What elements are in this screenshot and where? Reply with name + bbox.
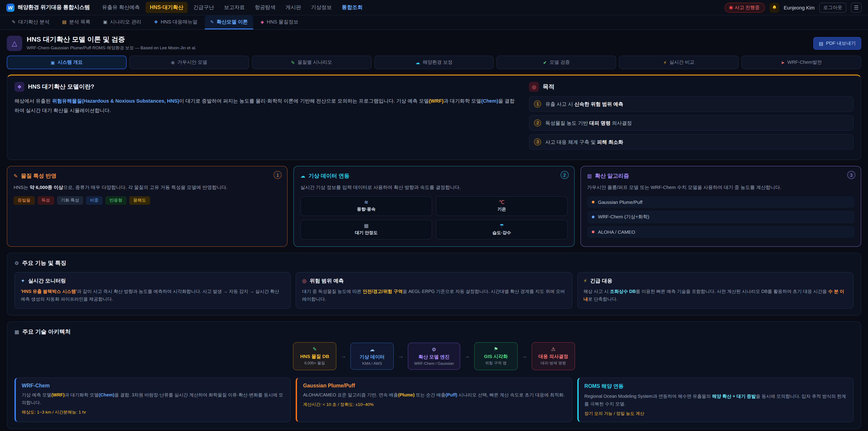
app-logo[interactable]: W 해양환경 위기대응 통합시스템 (6, 3, 90, 11)
flow-node-name: HNS 물질 DB (299, 353, 330, 360)
algorithm-label: WRF-Chem (기상+화학) (598, 214, 649, 220)
nav-item-weather[interactable]: 기상정보 (307, 2, 336, 13)
flow-node-weather-data: ☁ 기상 데이터 KMA / AWS (350, 343, 394, 370)
definition-paragraph: 해상에서 유출된 위험유해물질(Hazardous & Noxious Subs… (14, 96, 518, 116)
wave-icon: ☁ (415, 60, 420, 65)
page-title: HNS 대기확산 모델 이론 및 검증 (27, 35, 196, 44)
column-roms: ROMS 해양 연동 Regional Ocean Modeling Syste… (577, 377, 854, 422)
tab-gaussian-model[interactable]: ⊕ 가우시안 모델 (129, 56, 249, 69)
system-title: 해양환경 위기대응 통합시스템 (18, 4, 90, 11)
feature-text: 'HNS 유출 블랙박스 시스템'과 같이 사고 즉시 확산 방향과 농도를 예… (21, 287, 285, 303)
tab-label: 시스템 개요 (58, 59, 83, 65)
trait-tags: 증발율 독성 기화 특성 비중 반응형 용해도 (13, 196, 281, 205)
tab-substance-scenario[interactable]: ✎ 물질별 시나리오 (252, 56, 371, 69)
nav-item-reports[interactable]: 보고자료 (220, 2, 249, 13)
subnav-item-analysis-list[interactable]: ▤ 분석 목록 (57, 16, 96, 29)
text-segment: 시나리오 선택, 빠른 계산 속도로 초기 대응에 최적화. (457, 392, 565, 397)
gear-icon: ⚙ (414, 347, 454, 352)
wind-icon: ≋ (364, 199, 368, 206)
incident-status-badge[interactable]: 사고 진행중 (725, 2, 765, 12)
text-segment: 유출 사고 시 (546, 101, 575, 106)
feature-title: 위험 범위 예측 (310, 278, 344, 284)
algorithm-item-gaussian: Gaussian Plume/Puff (587, 196, 855, 208)
card-title: 물질 특성 반영 (21, 172, 56, 180)
purpose-text: 사고 대응 체계 구축 및 피해 최소화 (546, 138, 623, 145)
menu-button[interactable]: ☰ (851, 2, 862, 12)
tab-system-overview[interactable]: ▣ 시스템 개요 (7, 56, 127, 69)
card-diffusion-algorithm: ▥ 확산 알고리즘 3 가우시안 플룸/퍼프 모델 또는 WRF-Chem 수치… (580, 166, 861, 247)
purpose-title-row: ◎ 목적 (529, 82, 854, 92)
main-nav: 유출유 확산예측 HNS·대기확산 긴급구난 보고자료 항공탐색 게시판 기상정… (98, 2, 367, 13)
nav-item-integrated-search[interactable]: 통합조회 (338, 2, 367, 13)
hamburger-icon: ☰ (854, 4, 859, 11)
card-description: 실시간 기상 정보를 입력 데이터로 사용하여 확산 방향과 속도를 결정합니다… (301, 184, 568, 192)
pencil-icon: ✎ (13, 173, 18, 179)
purpose-title: 목적 (543, 83, 555, 91)
tab-model-validation[interactable]: ✔ 모델 검증 (497, 56, 616, 69)
subnav-item-substance-info[interactable]: ◈ HNS 물질정보 (255, 16, 304, 29)
notification-bell-button[interactable] (769, 2, 779, 12)
flow-node-name: GIS 시각화 (480, 353, 511, 360)
nav-item-aerial-search[interactable]: 항공탐색 (251, 2, 280, 13)
card-title: 기상 데이터 연동 (309, 172, 349, 180)
algorithm-item-wrfchem: WRF-Chem (기상+화학) (587, 211, 855, 223)
pdf-export-button[interactable]: ▤ PDF 내보내기 (813, 37, 861, 50)
chip-icon: ▦ (14, 329, 19, 335)
highlight-segment: 조화상수 DB (610, 289, 636, 294)
text-segment: 독성물질 농도 기반 (546, 120, 589, 125)
subnav-item-manual[interactable]: ❖ HNS 대응매뉴얼 (149, 16, 203, 29)
subnav-item-scenario[interactable]: ▣ 시나리오 관리 (98, 16, 147, 29)
ruler-glyph: △ (12, 39, 17, 47)
feature-risk-range: ◎ 위험 범위 예측 대기 중 독성물질 농도에 따른 안전/경고/위험 구역을… (296, 272, 572, 309)
architecture-title: 주요 기술 아키텍처 (22, 328, 71, 336)
subnav-item-analysis[interactable]: ✎ 대기확산 분석 (6, 16, 55, 29)
text-segment: ALOHA/CAMEO 표준 알고리즘 기반. 연속 배출 (303, 392, 398, 397)
purpose-block: ◎ 목적 1 유출 사고 시 신속한 위험 범위 예측 2 독성물질 농도 기반… (529, 82, 854, 153)
flask-icon: ◈ (260, 20, 264, 24)
book-icon: ❖ (154, 20, 158, 24)
feature-head: ✦ 실시간 모니터링 (21, 278, 285, 284)
card-description: HNS는 약 6,000종 이상으로, 종류가 매우 다양합니다. 각 물질의 … (13, 184, 281, 192)
highlight-segment: (Plume) (398, 392, 414, 397)
list-icon: ▤ (62, 20, 66, 24)
algorithm-label: Gaussian Plume/Puff (598, 199, 643, 205)
text-segment: 사고 대응 체계 구축 및 (546, 139, 597, 145)
page-subtitle: WRF-Chem·Gaussian Plume/Puff·ROMS·해양환경 보… (27, 45, 196, 51)
weather-cell-wind: ≋ 풍향·풍속 (301, 196, 432, 216)
nav-item-rescue[interactable]: 긴급구난 (189, 2, 218, 13)
nav-item-board[interactable]: 게시판 (281, 2, 305, 13)
purpose-text: 유출 사고 시 신속한 위험 범위 예측 (546, 100, 623, 107)
card-description: 가우시안 플룸/퍼프 모델 또는 WRF-Chem 수치 모델을 사용하여 대기… (587, 184, 855, 192)
card-substance-traits: ✎ 물질 특성 반영 1 HNS는 약 6,000종 이상으로, 종류가 매우 … (7, 166, 288, 247)
page-content: △ HNS 대기확산 모델 이론 및 검증 WRF-Chem·Gaussian … (0, 30, 868, 431)
subnav-label: 시나리오 관리 (110, 19, 141, 25)
pencil-icon: ✎ (12, 20, 16, 24)
book-glyph: ❖ (17, 84, 22, 90)
weather-label: 대기 안정도 (355, 230, 377, 236)
nav-item-hns-diffusion[interactable]: HNS·대기확산 (146, 2, 187, 13)
rocket-icon: ➤ (781, 60, 784, 65)
target-icon: ◎ (302, 278, 307, 284)
feature-title: 긴급 대응 (590, 278, 612, 284)
chem-keyword: (Chem) (481, 98, 498, 103)
subnav-item-model-theory[interactable]: ✎ 확산모델 이론 (205, 16, 253, 29)
text-segment: 를 이용한 빠른 예측 기술을 포함합니다. 사전 계산된 시나리오 DB를 활… (636, 289, 828, 294)
flow-node-gis: ⚑ GIS 시각화 위험 구역 맵 (474, 342, 518, 370)
weather-grid: ≋ 풍향·풍속 ℃ 기온 ▦ 대기 안정도 ☂ 습도·강수 (301, 196, 568, 240)
tab-realtime-compare[interactable]: ⚡ 실시간 비교 (619, 56, 739, 69)
flow-node-sub: WRF-Chem / Gaussian (414, 361, 454, 366)
bell-icon (772, 5, 777, 10)
subnav-label: 분석 목록 (69, 19, 90, 25)
highlight-segment: (Puff) (445, 392, 457, 397)
logout-button[interactable]: 로그아웃 (819, 2, 846, 12)
bullet-icon (592, 216, 594, 218)
hns-keyword: 위험유해물질(Hazardous & Noxious Substances, H… (52, 98, 179, 103)
navbar-right: 사고 진행중 Eunjeong Kim 로그아웃 ☰ (725, 2, 862, 12)
algorithm-label: ALOHA / CAMEO (598, 229, 635, 235)
text-segment: Regional Ocean Modeling System과 연동하여 해수면… (584, 394, 712, 399)
tab-wrfchem-advance[interactable]: ➤ WRF-Chem발전 (741, 56, 861, 69)
tab-ocean-correction[interactable]: ☁ 해양환경 보정 (374, 56, 494, 69)
nav-item-oil-spill[interactable]: 유출유 확산예측 (98, 2, 144, 13)
pdf-export-label: PDF 내보내기 (826, 40, 856, 46)
feature-grid: ✦ 실시간 모니터링 'HNS 유출 블랙박스 시스템'과 같이 사고 즉시 확… (14, 272, 854, 309)
